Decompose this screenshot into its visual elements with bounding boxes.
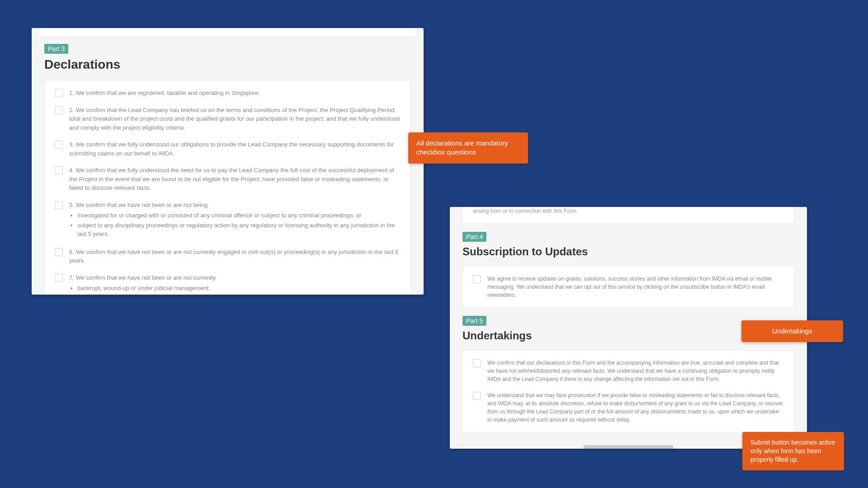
declaration-5-bullet-b: subject to any disciplinary proceedings …: [77, 221, 401, 239]
part-5-tag: Part 5: [462, 316, 486, 326]
declaration-text-2: 2. We confirm that the Lead Company has …: [69, 106, 401, 132]
declaration-item-2: 2. We confirm that the Lead Company has …: [55, 106, 401, 132]
declarations-section: Part 3 Declarations 1. We confirm that w…: [32, 44, 424, 295]
part-4-section: Part 4 Subscription to Updates We agree …: [450, 232, 807, 308]
declaration-5-lead: 5. We confirm that we have not been or a…: [69, 202, 208, 208]
declaration-text-6: 6. We confirm that we have not been or a…: [69, 248, 401, 265]
subscription-item: We agree to receive updates on grants, s…: [473, 275, 784, 299]
subscription-card: We agree to receive updates on grants, s…: [462, 266, 794, 308]
declaration-text-3: 3. We confirm that we fully understood o…: [69, 140, 401, 158]
undertaking-checkbox-2[interactable]: [473, 392, 481, 400]
callout-mandatory-checkboxes: All declarations are mandatory checkbox …: [408, 132, 528, 164]
declarations-panel: Part 3 Declarations 1. We confirm that w…: [32, 28, 424, 295]
undertaking-item-1: We confirm that our declarations in this…: [473, 359, 784, 383]
undertaking-text-1: We confirm that our declarations in this…: [487, 359, 784, 383]
declaration-text-5: 5. We confirm that we have not been or a…: [69, 201, 401, 239]
declaration-text-7: 7. We confirm that we have not been or a…: [69, 273, 401, 294]
declaration-text-4: 4. We confirm that we fully understood t…: [69, 166, 401, 192]
subscription-checkbox[interactable]: [473, 275, 481, 283]
subscription-title: Subscription to Updates: [462, 245, 794, 258]
declaration-checkbox-6[interactable]: [55, 248, 63, 256]
declaration-item-5: 5. We confirm that we have not been or a…: [55, 201, 401, 239]
declaration-item-3: 3. We confirm that we fully understood o…: [55, 140, 401, 158]
part-3-tag: Part 3: [44, 44, 68, 54]
part-4-tag: Part 4: [462, 232, 486, 242]
undertaking-item-2: We understand that we may face prosecuti…: [473, 391, 784, 424]
declaration-item-6: 6. We confirm that we have not been or a…: [55, 248, 401, 265]
declaration-item-4: 4. We confirm that we fully understood t…: [55, 166, 401, 192]
declarations-title: Declarations: [44, 57, 411, 72]
partial-top-text: arising from or in connection with this …: [473, 207, 784, 215]
subscription-text: We agree to receive updates on grants, s…: [487, 275, 784, 299]
declaration-checkbox-4[interactable]: [55, 166, 63, 174]
partial-top-card: arising from or in connection with this …: [462, 207, 794, 224]
declaration-checkbox-2[interactable]: [55, 106, 63, 114]
declarations-card: 1. We confirm that we are registered, ta…: [44, 80, 411, 295]
declaration-item-1: 1. We confirm that we are registered, ta…: [55, 89, 401, 98]
declaration-item-7: 7. We confirm that we have not been or a…: [55, 273, 401, 294]
callout-submit-hint: Submit button becomes active only when f…: [742, 432, 844, 470]
declaration-5-bullet-a: investigated for or charged with or conv…: [77, 211, 401, 220]
callout-undertakings: Undertakings: [741, 320, 843, 342]
declaration-checkbox-1[interactable]: [55, 89, 63, 97]
declaration-text-1: 1. We confirm that we are registered, ta…: [69, 89, 401, 98]
declaration-checkbox-5[interactable]: [55, 201, 63, 209]
declaration-7-lead: 7. We confirm that we have not been or a…: [69, 274, 216, 281]
undertaking-checkbox-1[interactable]: [473, 359, 481, 367]
panel-top-strip: [40, 28, 415, 37]
declaration-checkbox-7[interactable]: [55, 274, 63, 282]
undertaking-text-2: We understand that we may face prosecuti…: [487, 391, 784, 424]
declaration-7-bullet-a: bankrupt, wound-up or under judicial man…: [77, 284, 401, 293]
undertakings-card: We confirm that our declarations in this…: [462, 350, 794, 432]
submit-declaration-button[interactable]: Submit Declaration Form: [584, 445, 674, 449]
declaration-checkbox-3[interactable]: [55, 141, 63, 149]
